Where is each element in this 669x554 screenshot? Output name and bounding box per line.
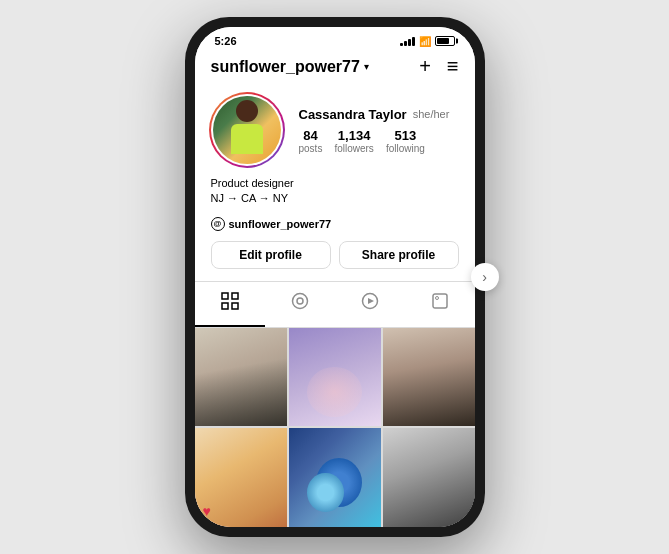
posts-stat: 84 posts — [299, 128, 323, 154]
profile-section: Cassandra Taylor she/her 84 posts 1,134 … — [195, 86, 475, 281]
grid-cell-6[interactable] — [383, 428, 475, 527]
following-count: 513 — [386, 128, 425, 143]
add-icon[interactable]: + — [419, 55, 431, 78]
tab-reels[interactable] — [335, 282, 405, 327]
followers-count: 1,134 — [334, 128, 373, 143]
collab-icon — [431, 292, 449, 315]
pronouns: she/her — [413, 108, 450, 120]
svg-rect-0 — [222, 293, 228, 299]
photo-grid: ♥ — [195, 328, 475, 527]
bio-section: Product designer NJ → CA → NY — [211, 176, 459, 207]
grid-cell-2[interactable] — [289, 328, 381, 427]
profile-name: Cassandra Taylor — [299, 107, 407, 122]
edit-profile-button[interactable]: Edit profile — [211, 241, 331, 269]
status-bar: 5:26 📶 — [195, 27, 475, 51]
link-text: sunflower_power77 — [229, 218, 332, 230]
grid-cell-5[interactable] — [289, 428, 381, 527]
time: 5:26 — [215, 35, 237, 47]
following-stat[interactable]: 513 following — [386, 128, 425, 154]
tab-grid[interactable] — [195, 282, 265, 327]
username-dropdown[interactable]: sunflower_power77 ▾ — [211, 58, 369, 76]
battery-icon — [435, 36, 455, 46]
share-profile-button[interactable]: Share profile — [339, 241, 459, 269]
followers-label: followers — [334, 143, 373, 154]
grid-cell-4[interactable]: ♥ — [195, 428, 287, 527]
chevron-down-icon: ▾ — [364, 61, 369, 72]
svg-point-9 — [435, 296, 438, 299]
tagged-icon — [291, 292, 309, 315]
svg-rect-3 — [232, 303, 238, 309]
header-bar: sunflower_power77 ▾ + ≡ — [195, 51, 475, 86]
profile-stats: Cassandra Taylor she/her 84 posts 1,134 … — [299, 107, 459, 154]
grid-cell-3[interactable] — [383, 328, 475, 427]
action-buttons: Edit profile Share profile — [211, 241, 459, 269]
grid-icon — [221, 292, 239, 315]
svg-point-4 — [292, 293, 307, 308]
svg-rect-2 — [222, 303, 228, 309]
reels-icon — [361, 292, 379, 315]
posts-label: posts — [299, 143, 323, 154]
signal-icon — [400, 36, 415, 46]
tabs-bar — [195, 281, 475, 328]
threads-icon: @ — [211, 217, 225, 231]
tab-collab[interactable] — [405, 282, 475, 327]
tab-tagged[interactable] — [265, 282, 335, 327]
svg-rect-8 — [433, 294, 447, 308]
profile-link[interactable]: @ sunflower_power77 — [211, 217, 459, 231]
menu-icon[interactable]: ≡ — [447, 55, 459, 78]
heart-icon: ♥ — [203, 503, 211, 519]
svg-rect-1 — [232, 293, 238, 299]
phone-screen: 5:26 📶 sunflower_power77 ▾ — [195, 27, 475, 527]
wifi-icon: 📶 — [419, 36, 431, 47]
svg-marker-7 — [368, 298, 374, 304]
nav-arrow[interactable]: › — [471, 263, 499, 291]
posts-count: 84 — [299, 128, 323, 143]
following-label: following — [386, 143, 425, 154]
grid-cell-1[interactable] — [195, 328, 287, 427]
bio-line1: Product designer — [211, 176, 459, 191]
bio-line2: NJ → CA → NY — [211, 191, 459, 206]
followers-stat[interactable]: 1,134 followers — [334, 128, 373, 154]
avatar[interactable] — [211, 94, 283, 166]
username-text: sunflower_power77 — [211, 58, 360, 76]
svg-point-5 — [297, 298, 303, 304]
phone-container: 5:26 📶 sunflower_power77 ▾ — [185, 17, 485, 537]
